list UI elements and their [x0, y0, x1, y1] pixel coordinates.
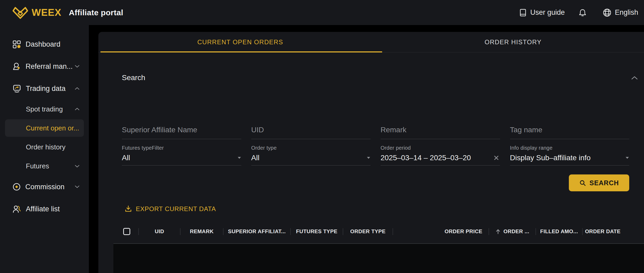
column-header-remark[interactable]: REMARK: [180, 228, 223, 235]
export-label: EXPORT CURRENT DATA: [136, 205, 216, 213]
clear-date-icon[interactable]: [493, 154, 500, 162]
top-header: WEEX Affiliate portal User guide: [0, 0, 644, 25]
caret-down-icon: [237, 157, 241, 159]
chevron-down-icon: [75, 65, 79, 68]
tab-bar: CURRENT OPEN ORDERS ORDER HISTORY: [98, 32, 644, 52]
caret-down-icon: [367, 157, 371, 159]
table-body-empty: [113, 244, 644, 273]
user-guide-button[interactable]: User guide: [519, 8, 565, 17]
tag-name-input[interactable]: [510, 126, 629, 139]
sidebar-item-trading-data[interactable]: Trading data: [0, 77, 89, 100]
sidebar-label: Referral man...: [26, 62, 73, 71]
column-header-order-date[interactable]: ORDER DATE: [583, 228, 623, 235]
order-period-label: Order period: [381, 145, 500, 151]
language-selector[interactable]: English: [603, 8, 638, 17]
column-header-superior-affiliate[interactable]: SUPERIOR AFFILIAT...: [223, 228, 290, 235]
weex-logo: WEEX: [12, 6, 61, 19]
dashboard-icon: [13, 40, 21, 48]
chevron-up-icon: [75, 108, 79, 110]
sidebar-item-current-open-orders[interactable]: Current open or...: [5, 119, 84, 137]
info-display-range-select[interactable]: Display Sub–affiliate info: [510, 154, 629, 165]
sidebar-label: Current open or...: [26, 124, 79, 132]
search-button-label: SEARCH: [589, 179, 619, 187]
column-header-order-sorted[interactable]: ORDER ...: [489, 228, 536, 235]
sidebar-item-spot-trading[interactable]: Spot trading: [0, 100, 89, 119]
sidebar-label: Futures: [26, 162, 49, 170]
futures-type-label: Futures typeFilter: [122, 145, 241, 151]
futures-type-select[interactable]: All: [122, 154, 241, 165]
sidebar-item-order-history[interactable]: Order history: [0, 138, 89, 157]
search-button[interactable]: SEARCH: [569, 174, 629, 191]
column-header-order-price[interactable]: ORDER PRICE: [436, 228, 489, 235]
sidebar: Dashboard Referral man... Trading data: [0, 25, 89, 273]
sidebar-label: Affiliate list: [26, 205, 60, 213]
column-header-filled-amount[interactable]: FILLED AMO...: [536, 228, 582, 235]
info-display-range-filter: Info display range Display Sub–affiliate…: [510, 145, 629, 165]
superior-affiliate-name-input[interactable]: [122, 126, 241, 139]
tab-order-history[interactable]: ORDER HISTORY: [382, 32, 644, 52]
chevron-up-icon: [631, 76, 638, 80]
magnifier-icon: [579, 179, 586, 187]
select-all-checkbox[interactable]: [123, 228, 130, 235]
page-title: Affiliate portal: [69, 8, 123, 17]
column-divider: [393, 228, 393, 235]
futures-type-filter: Futures typeFilter All: [122, 145, 241, 165]
order-type-select[interactable]: All: [251, 154, 371, 165]
sidebar-label: Spot trading: [26, 105, 63, 113]
tab-current-open-orders[interactable]: CURRENT OPEN ORDERS: [98, 32, 382, 52]
sidebar-label: Trading data: [26, 85, 66, 93]
order-type-filter: Order type All: [251, 145, 371, 165]
bell-icon: [578, 8, 587, 17]
language-label: English: [615, 8, 638, 17]
chevron-down-icon: [75, 186, 79, 188]
affiliate-list-icon: [13, 205, 21, 213]
order-period-filter: Order period 2025–03–14 – 2025–03–20: [381, 145, 500, 165]
download-icon: [124, 205, 132, 213]
column-header-order-label: ORDER ...: [503, 228, 529, 235]
info-display-range-value: Display Sub–affiliate info: [510, 154, 591, 162]
main-panel: CURRENT OPEN ORDERS ORDER HISTORY Search…: [98, 32, 644, 273]
caret-down-icon: [625, 157, 629, 159]
globe-icon: [603, 8, 612, 17]
sidebar-label: Order history: [26, 143, 65, 151]
column-header-uid[interactable]: UID: [139, 228, 180, 235]
sidebar-item-futures[interactable]: Futures: [0, 157, 89, 176]
commission-icon: [13, 183, 21, 191]
trading-data-icon: [13, 84, 21, 93]
user-guide-label: User guide: [530, 8, 565, 17]
sidebar-label: Commission: [25, 183, 65, 191]
order-type-label: Order type: [251, 145, 371, 151]
export-current-data-button[interactable]: EXPORT CURRENT DATA: [124, 205, 216, 213]
search-section-title: Search: [122, 74, 145, 82]
orders-table: EXPORT CURRENT DATA UID REMARK SUPERIOR …: [113, 191, 644, 273]
brand-name: WEEX: [32, 7, 61, 18]
order-period-date-range[interactable]: 2025–03–14 – 2025–03–20: [381, 154, 500, 165]
weex-logo-icon: [12, 6, 28, 19]
uid-input[interactable]: [251, 126, 371, 139]
book-icon: [519, 8, 527, 17]
collapse-search-button[interactable]: [631, 76, 638, 80]
sidebar-item-dashboard[interactable]: Dashboard: [0, 33, 89, 55]
chevron-up-icon: [75, 87, 79, 90]
notifications-button[interactable]: [578, 8, 587, 17]
order-type-value: All: [251, 154, 259, 162]
table-header-row: UID REMARK SUPERIOR AFFILIAT... FUTURES …: [113, 220, 644, 244]
sidebar-item-referral-management[interactable]: Referral man...: [0, 55, 89, 77]
chevron-down-icon: [75, 165, 79, 168]
info-display-range-label: Info display range: [510, 145, 629, 151]
column-header-futures-type[interactable]: FUTURES TYPE: [291, 228, 343, 235]
sidebar-item-commission[interactable]: Commission: [0, 176, 89, 198]
sidebar-label: Dashboard: [26, 40, 60, 48]
order-period-value: 2025–03–14 – 2025–03–20: [381, 154, 471, 162]
referral-person-icon: [13, 62, 21, 71]
column-header-order-type[interactable]: ORDER TYPE: [343, 228, 393, 235]
remark-input[interactable]: [381, 126, 500, 139]
futures-type-value: All: [122, 154, 130, 162]
sidebar-item-affiliate-list[interactable]: Affiliate list: [0, 198, 89, 220]
sort-arrow-up-icon[interactable]: [495, 228, 501, 235]
